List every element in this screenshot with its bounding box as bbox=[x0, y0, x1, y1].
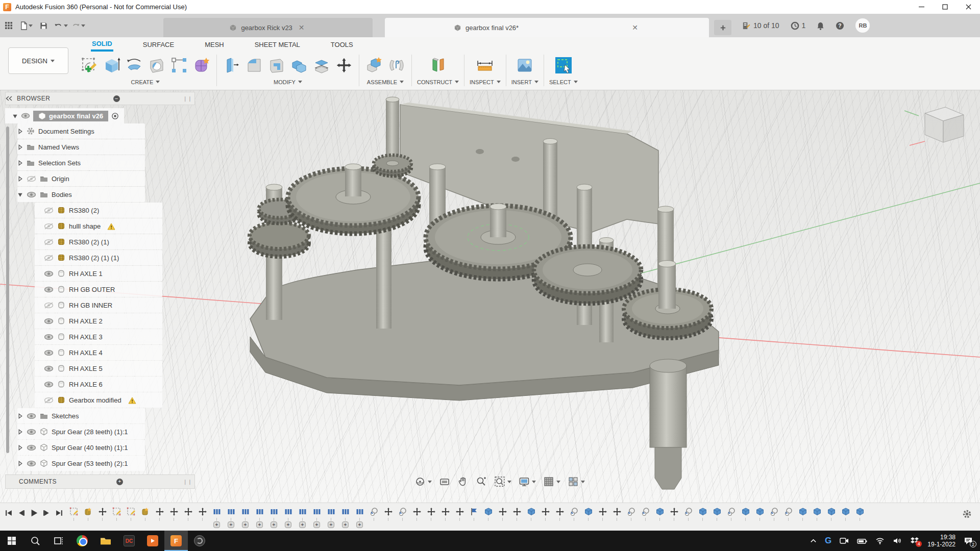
timeline-feature-pattern-icon[interactable]: + bbox=[312, 507, 322, 528]
inspect-group-label[interactable]: INSPECT bbox=[470, 79, 501, 85]
timeline-feature-move-icon[interactable] bbox=[440, 507, 450, 521]
select-button[interactable] bbox=[554, 55, 573, 76]
action-center-icon[interactable]: 2 bbox=[964, 537, 973, 545]
revolve-button[interactable] bbox=[125, 55, 144, 76]
job-status[interactable]: 10 of 10 bbox=[742, 21, 779, 30]
timeline-feature-box-icon[interactable] bbox=[583, 507, 593, 521]
timeline-feature-sketch-icon[interactable] bbox=[126, 507, 136, 521]
taskbar-search-icon[interactable] bbox=[23, 531, 47, 551]
browser-item-rh-gb-outer[interactable]: RH GB OUTER bbox=[35, 282, 162, 297]
timeline-feature-move-icon[interactable] bbox=[97, 507, 107, 521]
tab-close-icon[interactable]: ✕ bbox=[630, 23, 640, 32]
timeline-feature-pattern-icon[interactable]: + bbox=[269, 507, 279, 528]
timeline-feature-pattern-icon[interactable]: + bbox=[226, 507, 236, 528]
browser-header[interactable]: BROWSER – ❘❘ bbox=[5, 92, 195, 105]
pan-icon[interactable] bbox=[457, 476, 469, 487]
chrome-icon[interactable] bbox=[70, 531, 94, 551]
camera-icon[interactable] bbox=[840, 537, 849, 545]
timeline-feature-pattern-icon[interactable]: + bbox=[355, 507, 364, 528]
ribbon-tab-sheet-metal[interactable]: SHEET METAL bbox=[254, 39, 301, 51]
modify-group-label[interactable]: MODIFY bbox=[274, 79, 302, 85]
file-explorer-icon[interactable] bbox=[94, 531, 117, 551]
start-button[interactable] bbox=[0, 531, 23, 551]
timeline-feature-sketch-icon[interactable] bbox=[69, 507, 79, 521]
google-icon[interactable]: G bbox=[825, 536, 831, 546]
tab-close-icon[interactable]: ✕ bbox=[297, 23, 307, 32]
timeline-feature-pattern-icon[interactable]: + bbox=[212, 507, 222, 528]
browser-item-spur-gear-53-teeth-2-1[interactable]: Spur Gear (53 teeth) (2):1 bbox=[17, 456, 145, 471]
tray-expand-icon[interactable] bbox=[810, 537, 817, 544]
display-settings-icon[interactable] bbox=[519, 476, 536, 487]
offset-face-button[interactable] bbox=[312, 55, 331, 76]
timeline-feature-move-icon[interactable] bbox=[498, 507, 507, 521]
timeline-feature-move-icon[interactable] bbox=[169, 507, 179, 521]
timeline-feature-box-icon[interactable] bbox=[755, 507, 765, 521]
timeline-feature-box-icon[interactable] bbox=[526, 507, 536, 521]
browser-item-rh-axle-5[interactable]: RH AXLE 5 bbox=[35, 361, 162, 376]
browser-item-rh-axle-4[interactable]: RH AXLE 4 bbox=[35, 345, 162, 360]
panel-options-icon[interactable]: – bbox=[113, 95, 120, 102]
timeline-feature-sketch-icon[interactable] bbox=[112, 507, 121, 521]
timeline-step-forward-button[interactable] bbox=[43, 508, 51, 517]
shell-button[interactable] bbox=[267, 55, 286, 76]
browser-item-rh-axle-6[interactable]: RH AXLE 6 bbox=[35, 377, 162, 392]
timeline-feature-box-icon[interactable] bbox=[712, 507, 722, 521]
timeline-go-end-button[interactable] bbox=[55, 508, 63, 517]
timeline-feature-box-icon[interactable] bbox=[855, 507, 865, 521]
save-button[interactable] bbox=[35, 17, 52, 34]
browser-item-rs380-2-1-[interactable]: RS380 (2) (1) bbox=[35, 234, 162, 249]
data-panel-clock[interactable]: 1 bbox=[791, 21, 806, 30]
battery-icon[interactable] bbox=[857, 537, 867, 544]
timeline-feature-move-icon[interactable] bbox=[598, 507, 607, 521]
timeline-feature-circle-icon[interactable] bbox=[626, 507, 636, 521]
timeline-settings-icon[interactable] bbox=[962, 503, 980, 519]
browser-item-spur-gear-28-teeth-1-1[interactable]: Spur Gear (28 teeth) (1):1 bbox=[17, 424, 145, 439]
new-tab-button[interactable] bbox=[714, 20, 731, 35]
browser-scrollbar[interactable] bbox=[6, 127, 9, 453]
timeline-feature-circle-icon[interactable] bbox=[783, 507, 793, 521]
timeline-feature-circle-icon[interactable] bbox=[726, 507, 736, 521]
comments-add-icon[interactable]: + bbox=[116, 479, 123, 485]
insert-image-button[interactable] bbox=[515, 55, 534, 76]
timeline-feature-move-icon[interactable] bbox=[541, 507, 550, 521]
browser-root-row[interactable]: gearbox final v26 bbox=[5, 108, 124, 123]
create-form-button[interactable] bbox=[192, 55, 211, 76]
media-player-icon[interactable] bbox=[141, 531, 164, 551]
assemble-group-label[interactable]: ASSEMBLE bbox=[367, 79, 404, 85]
browser-item-origin[interactable]: Origin bbox=[17, 171, 145, 186]
hole-button[interactable] bbox=[147, 55, 166, 76]
browser-item-named-views[interactable]: Named Views bbox=[17, 139, 145, 155]
help-icon[interactable] bbox=[836, 21, 844, 30]
timeline-feature-body-icon[interactable] bbox=[83, 507, 93, 521]
fit-icon[interactable] bbox=[494, 476, 511, 487]
timeline-feature-box-icon[interactable] bbox=[841, 507, 850, 521]
document-tab-gearbox-final[interactable]: gearbox final v26* ✕ bbox=[385, 18, 709, 37]
create-sketch-button[interactable] bbox=[80, 55, 99, 76]
timeline-feature-circle-icon[interactable] bbox=[769, 507, 779, 521]
ribbon-tab-tools[interactable]: TOOLS bbox=[330, 39, 354, 51]
ribbon-tab-solid[interactable]: SOLID bbox=[91, 38, 113, 52]
timeline-feature-box-icon[interactable] bbox=[741, 507, 750, 521]
wifi-icon[interactable] bbox=[875, 537, 885, 545]
timeline-feature-circle-icon[interactable] bbox=[398, 507, 407, 521]
timeline-feature-circle-icon[interactable] bbox=[369, 507, 379, 521]
browser-item-rh-axle-2[interactable]: RH AXLE 2 bbox=[35, 313, 162, 329]
browser-item-rh-gb-inner[interactable]: RH GB INNER bbox=[35, 297, 162, 313]
browser-item-rs380-2-[interactable]: RS380 (2) bbox=[35, 203, 162, 218]
orbit-icon[interactable] bbox=[414, 476, 432, 487]
timeline-feature-move-icon[interactable] bbox=[455, 507, 464, 521]
activate-component-icon[interactable] bbox=[111, 112, 119, 120]
timeline-go-start-button[interactable] bbox=[5, 508, 13, 517]
combine-button[interactable] bbox=[289, 55, 309, 76]
construct-group-label[interactable]: CONSTRUCT bbox=[417, 79, 459, 85]
timeline-feature-box-icon[interactable] bbox=[483, 507, 493, 521]
timeline-feature-move-icon[interactable] bbox=[183, 507, 193, 521]
timeline-feature-pattern-icon[interactable]: + bbox=[326, 507, 336, 528]
timeline-feature-circle-icon[interactable] bbox=[641, 507, 650, 521]
move-copy-button[interactable] bbox=[334, 55, 354, 76]
timeline-feature-move-icon[interactable] bbox=[198, 507, 207, 521]
timeline-feature-pattern-icon[interactable]: + bbox=[240, 507, 250, 528]
timeline-feature-flag-icon[interactable] bbox=[469, 507, 479, 521]
extrude-button[interactable] bbox=[102, 55, 121, 76]
pattern-button[interactable] bbox=[169, 55, 189, 76]
